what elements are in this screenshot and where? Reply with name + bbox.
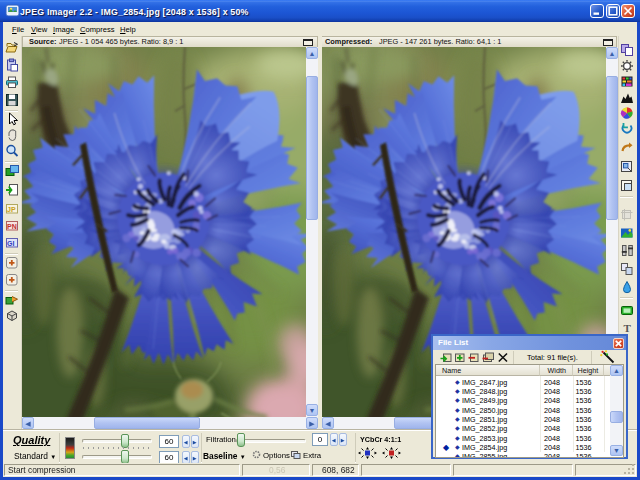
svg-text:PN: PN (7, 223, 17, 230)
svg-text:T: T (624, 322, 632, 334)
svg-text:JP: JP (7, 206, 16, 213)
svg-text:GI: GI (7, 240, 14, 247)
